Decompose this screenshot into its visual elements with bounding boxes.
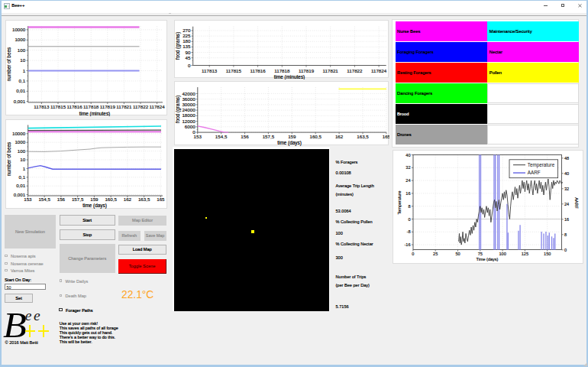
svg-text:117816: 117816	[67, 103, 83, 109]
svg-text:162: 162	[124, 196, 132, 201]
svg-text:1: 1	[23, 67, 26, 73]
svg-text:25: 25	[433, 252, 438, 256]
svg-text:0,1: 0,1	[19, 78, 26, 83]
svg-text:-16: -16	[404, 242, 410, 247]
svg-text:117813: 117813	[202, 67, 218, 73]
svg-text:AARF: AARF	[573, 197, 578, 209]
svg-text:159: 159	[90, 196, 99, 201]
svg-text:Time (days): Time (days)	[476, 256, 498, 261]
svg-text:153: 153	[24, 196, 32, 201]
svg-text:160,5: 160,5	[105, 196, 117, 201]
svg-text:number of bees: number of bees	[6, 141, 11, 175]
svg-text:163,5: 163,5	[357, 133, 369, 138]
svg-text:0,01: 0,01	[16, 88, 26, 93]
svg-text:162: 162	[335, 133, 344, 138]
svg-text:8: 8	[408, 203, 410, 208]
svg-text:159: 159	[288, 133, 296, 138]
svg-text:18000: 18000	[182, 112, 195, 118]
svg-text:156: 156	[57, 196, 66, 201]
svg-text:180: 180	[183, 38, 191, 44]
svg-text:0,01: 0,01	[16, 183, 26, 188]
svg-text:0: 0	[412, 252, 414, 256]
svg-text:time (days): time (days)	[277, 140, 302, 146]
svg-text:10000: 10000	[12, 130, 26, 135]
svg-text:-8: -8	[406, 229, 410, 234]
svg-text:163,5: 163,5	[138, 196, 150, 201]
svg-text:156: 156	[241, 133, 249, 138]
svg-text:125: 125	[521, 252, 528, 256]
svg-text:150: 150	[544, 252, 551, 256]
svg-text:117822: 117822	[347, 67, 363, 73]
svg-text:117819: 117819	[299, 67, 315, 73]
svg-text:160,5: 160,5	[309, 133, 321, 138]
svg-text:32: 32	[405, 165, 410, 170]
svg-text:40: 40	[405, 152, 410, 157]
svg-text:AARF: AARF	[527, 170, 540, 175]
svg-text:12000: 12000	[182, 118, 195, 123]
svg-text:117821: 117821	[116, 103, 132, 109]
svg-text:time (days): time (days)	[82, 203, 107, 209]
svg-text:32: 32	[564, 186, 569, 190]
svg-text:117819: 117819	[100, 103, 116, 109]
svg-text:0,1: 0,1	[19, 174, 26, 179]
svg-text:0,001: 0,001	[14, 98, 26, 103]
svg-text:117824: 117824	[150, 103, 166, 109]
svg-text:30000: 30000	[182, 101, 195, 106]
svg-text:117818: 117818	[83, 103, 99, 109]
svg-text:10000: 10000	[12, 27, 26, 32]
svg-text:36000: 36000	[182, 96, 195, 101]
svg-text:0: 0	[564, 247, 567, 252]
svg-text:117818: 117818	[274, 67, 290, 73]
svg-text:16: 16	[405, 191, 410, 196]
svg-text:157,5: 157,5	[263, 133, 275, 138]
svg-text:10: 10	[20, 157, 25, 162]
svg-text:165: 165	[157, 196, 165, 201]
svg-text:Temperature: Temperature	[527, 162, 554, 168]
svg-text:157,5: 157,5	[72, 196, 84, 201]
svg-text:1: 1	[23, 165, 26, 171]
svg-text:225: 225	[183, 33, 191, 38]
svg-text:154,5: 154,5	[215, 133, 228, 138]
svg-text:8: 8	[564, 232, 567, 236]
svg-text:165: 165	[383, 133, 389, 138]
svg-text:90: 90	[186, 49, 191, 54]
svg-text:40: 40	[564, 171, 569, 175]
svg-text:117821: 117821	[323, 67, 339, 73]
svg-text:50: 50	[455, 252, 460, 256]
svg-text:16: 16	[564, 216, 569, 221]
svg-text:0: 0	[408, 216, 410, 221]
svg-text:100: 100	[499, 252, 506, 256]
svg-text:154,5: 154,5	[38, 196, 50, 201]
svg-text:24000: 24000	[182, 107, 195, 112]
svg-text:1000: 1000	[15, 37, 25, 42]
svg-text:time (minutes): time (minutes)	[79, 110, 110, 116]
svg-text:117815: 117815	[50, 103, 66, 109]
svg-text:153: 153	[194, 133, 202, 138]
svg-text:117813: 117813	[34, 103, 50, 109]
svg-text:45: 45	[186, 54, 191, 60]
svg-text:6000: 6000	[185, 123, 195, 128]
svg-text:time (minutes): time (minutes)	[274, 74, 305, 80]
svg-text:24: 24	[564, 201, 569, 206]
svg-text:117824: 117824	[371, 67, 387, 73]
svg-text:48: 48	[564, 155, 569, 160]
svg-text:100: 100	[18, 47, 26, 52]
svg-text:24: 24	[405, 178, 410, 183]
svg-text:42000: 42000	[182, 90, 195, 96]
svg-text:1000: 1000	[15, 139, 25, 145]
svg-text:117816: 117816	[250, 67, 267, 73]
svg-text:100: 100	[18, 148, 26, 153]
svg-text:number of bees: number of bees	[6, 47, 11, 80]
svg-text:10: 10	[20, 57, 25, 63]
svg-text:270: 270	[183, 28, 191, 33]
svg-text:75: 75	[477, 252, 482, 256]
svg-text:117822: 117822	[133, 103, 149, 109]
svg-text:135: 135	[183, 44, 191, 49]
svg-text:0: 0	[188, 62, 191, 67]
svg-text:Temperature: Temperature	[396, 190, 401, 214]
svg-text:food (grams): food (grams)	[175, 31, 181, 59]
svg-text:food (grams): food (grams)	[175, 95, 181, 122]
svg-text:117815: 117815	[226, 67, 242, 73]
